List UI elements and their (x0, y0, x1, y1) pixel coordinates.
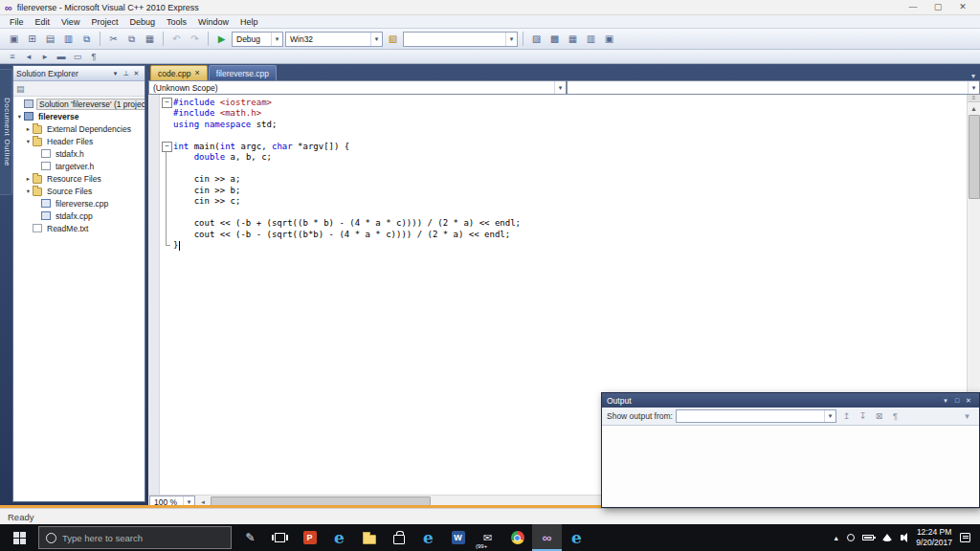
document-list-dropdown-icon[interactable]: ▾ (967, 72, 980, 80)
code-line[interactable] (161, 163, 967, 174)
cut-icon[interactable]: ✂ (105, 31, 122, 47)
menu-project[interactable]: Project (85, 17, 123, 27)
find-combo[interactable]: ▾ (403, 32, 518, 47)
indicator-margin[interactable] (148, 95, 160, 495)
paste-icon[interactable]: ▦ (142, 31, 158, 47)
scroll-up-icon[interactable]: ▲ (968, 102, 980, 115)
document-tab-filereverse-cpp[interactable]: filereverse.cpp (209, 65, 277, 80)
chevron-down-icon[interactable]: ▾ (505, 33, 517, 46)
code-line[interactable]: cin >> c; (161, 196, 967, 208)
tree-item-targetver-h[interactable]: targetver.h (13, 160, 145, 172)
properties-icon[interactable]: ▤ (16, 84, 25, 94)
undo-icon[interactable]: ↶ (168, 31, 185, 47)
scrollbar-thumb[interactable] (969, 115, 980, 199)
display-objects-icon[interactable]: ≡ (6, 51, 19, 63)
toolbar-overflow-icon[interactable]: ▾ (960, 409, 974, 424)
code-line[interactable]: using namespace std; (161, 119, 967, 130)
tree-expander-icon[interactable]: ▾ (24, 187, 33, 195)
chevron-down-icon[interactable]: ▾ (370, 33, 382, 46)
output-source-combo[interactable]: ▾ (676, 409, 836, 423)
code-line[interactable]: #include <iostream> (161, 97, 967, 108)
start-debugging-icon[interactable]: ▶ (213, 31, 230, 47)
close-button[interactable]: ✕ (950, 0, 975, 14)
chevron-down-icon[interactable]: ▾ (968, 81, 979, 94)
menu-tools[interactable]: Tools (161, 17, 192, 27)
code-line[interactable]: cout << (-b - (sqrt((b*b) - (4 * a * c))… (161, 229, 967, 240)
tree-item-stdafx-h[interactable]: stdafx.h (13, 147, 145, 160)
chevron-down-icon[interactable]: ▾ (554, 81, 566, 94)
taskbar-app-task-view[interactable] (265, 524, 295, 551)
menu-window[interactable]: Window (192, 17, 234, 27)
fold-collapse-icon[interactable] (161, 97, 173, 108)
taskbar-search[interactable]: Type here to search (38, 526, 232, 549)
solution-explorer-header[interactable]: Solution Explorer ▾ ⊥ ✕ (13, 66, 145, 81)
fold-collapse-icon[interactable] (161, 141, 173, 152)
menu-help[interactable]: Help (234, 17, 264, 27)
code-line[interactable]: double a, b, c; (161, 152, 967, 164)
taskbar-app-file-explorer[interactable] (354, 524, 384, 551)
tree-expander-icon[interactable]: ▾ (24, 138, 33, 145)
tree-item-source-files[interactable]: ▾Source Files (13, 185, 145, 197)
splitter-grip[interactable]: ≡ (968, 95, 980, 102)
maximize-button[interactable]: ▢ (925, 0, 950, 14)
redo-icon[interactable]: ↷ (187, 31, 203, 47)
document-tab-code-cpp[interactable]: code.cpp× (150, 65, 208, 80)
taskbar-app-edge-insider[interactable]: e (562, 524, 591, 551)
menu-edit[interactable]: Edit (30, 17, 56, 27)
comment-selection-icon[interactable]: ▬ (55, 51, 68, 63)
command-window-icon[interactable]: ▩ (546, 31, 563, 47)
action-center-icon[interactable] (960, 533, 970, 542)
chevron-down-icon[interactable]: ▾ (271, 33, 282, 46)
taskbar-app-word[interactable]: W (443, 524, 473, 551)
tree-item-filereverse-cpp[interactable]: filereverse.cpp (13, 197, 145, 209)
tree-expander-icon[interactable]: ▸ (24, 175, 33, 183)
solution-configuration-combo[interactable]: Debug▾ (232, 32, 283, 47)
tree-item-filereverse[interactable]: ▾filereverse (13, 110, 145, 122)
code-line[interactable] (161, 207, 967, 218)
toggle-word-wrap-icon[interactable]: ¶ (888, 409, 902, 424)
tree-item-stdafx-cpp[interactable]: stdafx.cpp (13, 209, 145, 222)
solution-explorer-icon[interactable]: ▥ (583, 31, 599, 47)
tray-overflow-icon[interactable]: ▲ (833, 535, 839, 541)
taskbar-app-edge[interactable]: e (324, 524, 354, 551)
go-to-next-message-icon[interactable]: ↧ (856, 409, 870, 424)
battery-icon[interactable] (862, 535, 874, 540)
tree-item-solution-filereverse-1-project[interactable]: Solution 'filereverse' (1 project) (13, 98, 145, 110)
solution-platform-combo[interactable]: Win32▾ (285, 32, 383, 47)
tree-item-readme-txt[interactable]: ReadMe.txt (13, 222, 145, 234)
save-all-icon[interactable]: ⧉ (78, 31, 95, 47)
network-icon[interactable] (881, 534, 893, 541)
close-panel-icon[interactable]: ✕ (963, 397, 974, 405)
show-whitespace-icon[interactable]: ¶ (87, 51, 100, 63)
window-position-icon[interactable]: ▾ (940, 397, 951, 405)
taskbar-app-powerpoint[interactable]: P (295, 524, 324, 551)
tree-expander-icon[interactable]: ▾ (15, 113, 24, 121)
open-file-icon[interactable]: ▤ (42, 31, 58, 47)
clear-all-icon[interactable]: ⊠ (872, 409, 886, 424)
taskbar-app-windows-ink[interactable]: ✎ (235, 524, 265, 551)
go-to-previous-message-icon[interactable]: ↥ (839, 409, 854, 424)
scope-combo[interactable]: (Unknown Scope) ▾ (148, 80, 567, 95)
navigate-back-icon[interactable]: ◂ (22, 51, 35, 63)
taskbar-app-store[interactable] (384, 524, 413, 551)
volume-icon[interactable] (901, 535, 903, 540)
copy-icon[interactable]: ⧉ (123, 31, 140, 47)
tree-item-header-files[interactable]: ▾Header Files (13, 135, 145, 147)
find-in-files-icon[interactable]: ▨ (528, 31, 545, 47)
code-line[interactable]: cin >> a; (161, 174, 967, 186)
window-position-icon[interactable]: ▾ (110, 70, 121, 77)
uncomment-selection-icon[interactable]: ▭ (71, 51, 84, 63)
taskbar-app-mail[interactable]: ✉(99+ (473, 524, 502, 551)
new-project-icon[interactable]: ▣ (6, 31, 22, 47)
code-line[interactable]: } (161, 240, 967, 252)
close-panel-icon[interactable]: ✕ (131, 70, 142, 77)
tree-item-external-dependencies[interactable]: ▸External Dependencies (13, 122, 145, 135)
taskbar-app-internet-explorer[interactable]: e (413, 524, 443, 551)
menu-view[interactable]: View (56, 17, 85, 27)
code-line[interactable]: cout << (-b + (sqrt((b * b) - (4 * a * c… (161, 218, 967, 230)
menu-file[interactable]: File (4, 17, 30, 27)
extension-manager-icon[interactable]: ▣ (601, 31, 617, 47)
navigate-forward-icon[interactable]: ▸ (38, 51, 52, 63)
tree-item-resource-files[interactable]: ▸Resource Files (13, 172, 145, 185)
error-list-icon[interactable]: ▧ (385, 31, 401, 47)
